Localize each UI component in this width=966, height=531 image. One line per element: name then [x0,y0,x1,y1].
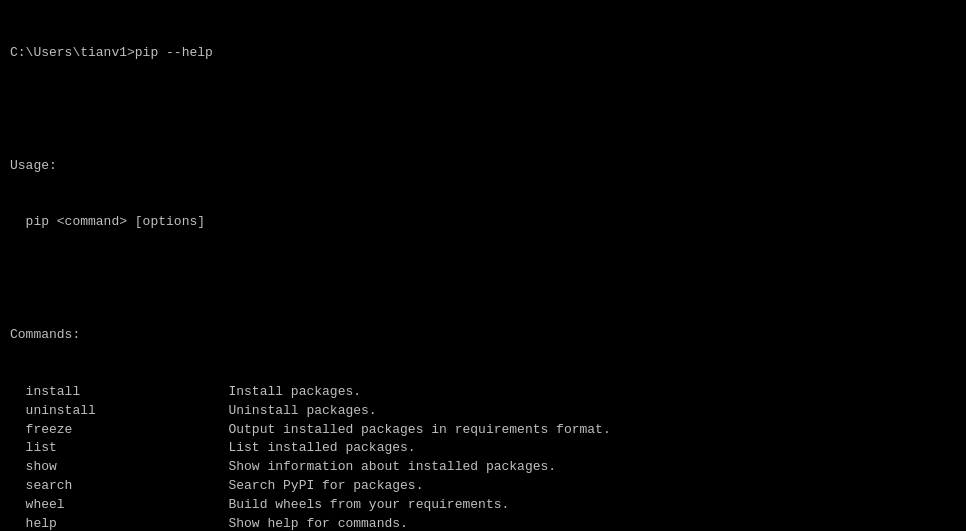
command-item-0: install Install packages. [10,383,956,402]
command-item-2: freeze Output installed packages in requ… [10,421,956,440]
usage-line: pip <command> [options] [10,213,956,232]
blank-line [10,100,956,119]
commands-list: install Install packages. uninstall Unin… [10,383,956,531]
command-item-7: help Show help for commands. [10,515,956,531]
terminal-window: C:\Users\tianv1>pip --help Usage: pip <c… [10,6,956,531]
prompt-line: C:\Users\tianv1>pip --help [10,44,956,63]
command-item-5: search Search PyPI for packages. [10,477,956,496]
command-item-3: list List installed packages. [10,439,956,458]
command-item-4: show Show information about installed pa… [10,458,956,477]
command-item-6: wheel Build wheels from your requirement… [10,496,956,515]
usage-header: Usage: [10,157,956,176]
command-item-1: uninstall Uninstall packages. [10,402,956,421]
blank-line2 [10,270,956,289]
commands-header: Commands: [10,326,956,345]
